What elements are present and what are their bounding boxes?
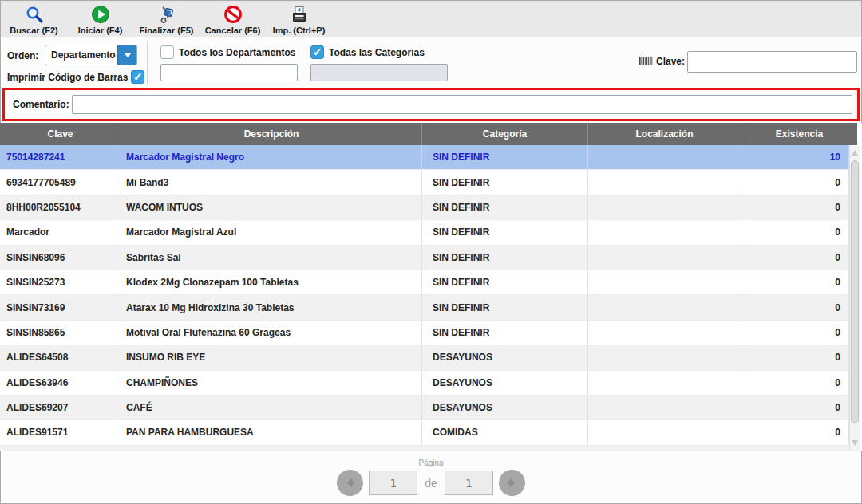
pagination-footer: Página de [1, 451, 861, 503]
todas-categorias-label: Todas las Categorías [329, 47, 425, 58]
de-label: de [423, 477, 439, 490]
table-row[interactable]: SINSIN73169Atarax 10 Mg Hidroxizina 30 T… [0, 295, 849, 320]
buscar-button[interactable]: Buscar (F2) [1, 1, 67, 37]
cancel-icon [223, 4, 243, 25]
table-row[interactable]: 8HH00R2055104WACOM INTUOSSIN DEFINIR0 [0, 195, 849, 220]
cell-categoria: COMIDAS [422, 420, 588, 445]
table-row[interactable]: ALIDES69207CAFÉDESAYUNOS0 [0, 396, 849, 420]
cell-clave: SINSIN68096 [0, 246, 121, 270]
cell-existencia: 0 [741, 246, 849, 270]
todos-departamentos-checkbox[interactable] [160, 45, 174, 59]
column-header-categoria[interactable]: Categoría [422, 123, 588, 145]
cell-categoria: SIN DEFINIR [422, 170, 588, 195]
table-row[interactable]: ALIDES91571PAN PARA HAMBURGUESACOMIDAS0 [0, 420, 849, 445]
clave-label: Clave: [656, 56, 685, 67]
table-row[interactable]: ALIDES64508INSUMO RIB EYEDESAYUNOS0 [0, 345, 849, 370]
pager-controls: de [1, 470, 861, 496]
previous-page-button[interactable] [337, 470, 363, 496]
column-header-localizacion[interactable]: Localización [588, 123, 741, 145]
current-page-field[interactable] [369, 471, 417, 495]
table-row[interactable]: SINSIN85865Motival Oral Flufenazina 60 G… [0, 321, 849, 345]
cell-existencia: 0 [741, 321, 849, 345]
cell-existencia: 0 [741, 371, 849, 396]
cell-existencia: 0 [741, 345, 849, 370]
finalizar-button[interactable]: Finalizar (F5) [133, 1, 200, 37]
cell-existencia: 0 [741, 295, 849, 320]
vertical-scrollbar[interactable] [849, 146, 860, 451]
cell-descripcion: CHAMPIÑONES [121, 371, 422, 396]
cell-localizacion [588, 145, 741, 170]
iniciar-label: Iniciar (F4) [78, 26, 123, 35]
cell-localizacion [588, 220, 741, 245]
cell-categoria: SIN DEFINIR [422, 270, 588, 295]
cell-descripcion: Klodex 2Mg Clonazepam 100 Tabletas [121, 270, 422, 295]
table-row[interactable]: MarcadorMarcador Magistral AzulSIN DEFIN… [0, 220, 849, 245]
departamento-input[interactable] [160, 64, 298, 81]
finalizar-label: Finalizar (F5) [140, 26, 194, 35]
cell-localizacion [588, 396, 741, 420]
next-page-button[interactable] [499, 470, 525, 496]
cell-descripcion: Sabritas Sal [121, 246, 422, 270]
orden-select[interactable]: Departamento [45, 45, 137, 65]
cell-categoria: SIN DEFINIR [422, 295, 588, 320]
column-header-descripcion[interactable]: Descripción [121, 123, 422, 145]
products-table: Clave Descripción Categoría Localización… [0, 123, 862, 451]
table-row[interactable]: ALIDES63946CHAMPIÑONESDESAYUNOS0 [0, 371, 849, 396]
toolbar: Buscar (F2) Iniciar (F4) Finalizar (F5 [1, 1, 861, 37]
cell-clave: Marcador [0, 220, 121, 245]
buscar-label: Buscar (F2) [10, 26, 58, 35]
cell-clave: ALIDES91571 [0, 420, 121, 445]
table-row[interactable]: SINSIN68096Sabritas SalSIN DEFINIR0 [0, 246, 849, 270]
total-pages-field[interactable] [445, 471, 493, 495]
dolly-icon [157, 4, 176, 25]
iniciar-button[interactable]: Iniciar (F4) [67, 1, 133, 37]
orden-selected-value: Departamento [45, 49, 117, 61]
table-header: Clave Descripción Categoría Localización… [0, 123, 857, 145]
cell-descripcion: PAN PARA HAMBURGUESA [121, 420, 422, 445]
todos-departamentos-label: Todos los Departamentos [179, 47, 295, 58]
column-header-existencia[interactable]: Existencia [741, 123, 857, 145]
comentario-input[interactable] [72, 95, 852, 114]
table-row[interactable]: SINSIN25273Klodex 2Mg Clonazepam 100 Tab… [0, 270, 849, 295]
imprimir-codigo-checkbox[interactable] [131, 70, 144, 84]
cell-categoria: DESAYUNOS [422, 345, 588, 370]
cell-localizacion [588, 170, 741, 195]
cell-categoria: DESAYUNOS [422, 396, 588, 420]
cancelar-button[interactable]: Cancelar (F6) [200, 1, 266, 37]
comentario-label: Comentario: [13, 99, 69, 110]
scroll-up-icon[interactable] [852, 150, 858, 156]
clave-input[interactable] [687, 51, 857, 73]
column-header-clave[interactable]: Clave [0, 123, 121, 145]
filter-divider [147, 41, 148, 85]
cell-localizacion [588, 195, 741, 220]
cell-categoria: SIN DEFINIR [422, 220, 588, 245]
cell-existencia: 0 [741, 396, 849, 420]
cell-existencia: 0 [741, 220, 849, 245]
cell-localizacion [588, 246, 741, 270]
comentario-section: Comentario: [2, 88, 860, 121]
cell-localizacion [588, 295, 741, 320]
cell-localizacion [588, 345, 741, 370]
imprimir-label: Imp. (Ctrl+P) [273, 26, 326, 35]
barcode-icon [639, 54, 653, 69]
imprimir-button[interactable]: Imp. (Ctrl+P) [266, 1, 332, 37]
cell-clave: SINSIN85865 [0, 321, 121, 345]
cell-localizacion [588, 371, 741, 396]
table-row[interactable]: 6934177705489Mi Band3SIN DEFINIR0 [0, 170, 849, 195]
cell-existencia: 0 [741, 195, 849, 220]
cell-descripcion: Motival Oral Flufenazina 60 Grageas [121, 321, 422, 345]
cell-existencia: 0 [741, 270, 849, 295]
todas-categorias-checkbox[interactable] [310, 45, 324, 59]
scroll-down-icon[interactable] [852, 440, 858, 446]
cell-clave: 6934177705489 [0, 170, 121, 195]
scrollbar-thumb[interactable] [851, 160, 859, 423]
chevron-down-icon [124, 53, 132, 57]
cell-clave: SINSIN25273 [0, 270, 121, 295]
cell-existencia: 10 [741, 145, 849, 170]
cell-descripcion: INSUMO RIB EYE [121, 345, 422, 370]
orden-dropdown-button[interactable] [117, 45, 136, 65]
table-row[interactable]: 75014287241Marcador Magistral NegroSIN D… [0, 145, 849, 170]
cell-categoria: SIN DEFINIR [422, 321, 588, 345]
arrow-right-icon [504, 475, 520, 490]
categoria-input [310, 64, 448, 81]
